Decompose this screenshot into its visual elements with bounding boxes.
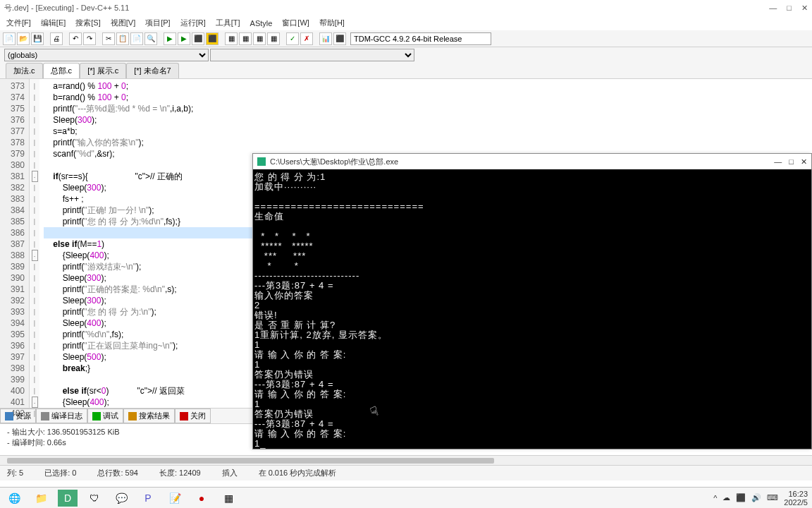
stop-icon[interactable]: ⬛ <box>333 32 346 45</box>
menu-bar: 文件[F] 编辑[E] 搜索[S] 视图[V] 项目[P] 运行[R] 工具[T… <box>0 16 812 30</box>
status-column: 列: 5 <box>7 468 23 478</box>
menu-help[interactable]: 帮助[H] <box>316 18 348 28</box>
tray-ico-1[interactable]: ☁ <box>722 493 730 502</box>
wechat-icon[interactable]: 💬 <box>111 490 131 507</box>
status-total-lines: 总行数: 594 <box>97 468 137 478</box>
btab-search[interactable]: 搜索结果 <box>123 409 175 423</box>
clock-time[interactable]: 16:23 <box>784 490 808 498</box>
clock-date: 2022/5 <box>784 498 808 507</box>
menu-search[interactable]: 搜索[S] <box>72 18 104 28</box>
system-tray: ^ ☁ ⬛ 🔊 ⌨ 16:23 2022/5 <box>713 490 808 507</box>
status-mode: 插入 <box>222 468 238 478</box>
tab-file-1[interactable]: 总部.c <box>43 63 80 78</box>
console-window: C:\Users\大葱\Desktop\作业\总部.exe — □ ✕ 您 的 … <box>252 153 812 449</box>
btab-compile-log[interactable]: 编译日志 <box>36 409 87 423</box>
console-output[interactable]: 您 的 得 分 为:1 加载中·········· ==============… <box>253 169 811 452</box>
tray-ico-3[interactable]: 🔊 <box>751 493 761 502</box>
tray-ico-4[interactable]: ⌨ <box>767 493 778 502</box>
status-parse: 在 0.016 秒内完成解析 <box>259 468 337 478</box>
menu-project[interactable]: 项目[P] <box>142 18 173 28</box>
tab-file-0[interactable]: 加法.c <box>6 63 43 78</box>
log-icon <box>41 412 49 421</box>
compiler-select[interactable]: TDM-GCC 4.9.2 64-bit Release <box>350 32 491 45</box>
status-length: 长度: 12409 <box>159 468 201 478</box>
btab-close[interactable]: 关闭 <box>175 409 211 423</box>
line-gutter: 3733743753763773783793803813823833843853… <box>0 79 30 408</box>
close-icon <box>180 412 188 421</box>
minimize-icon[interactable]: — <box>769 4 777 13</box>
menu-file[interactable]: 文件[F] <box>3 18 35 28</box>
console-maximize-icon[interactable]: □ <box>789 157 794 167</box>
tray-up-icon[interactable]: ^ <box>713 494 717 502</box>
error-icon[interactable]: ✗ <box>300 32 313 45</box>
cube-icon <box>5 412 13 421</box>
window-title: 号.dev] - [Executing] - Dev-C++ 5.11 <box>4 3 129 13</box>
scope-bar: (globals) <box>0 47 812 63</box>
file-tabs: 加法.c 总部.c [*] 展示.c [*] 未命名7 <box>0 63 812 79</box>
menu-view[interactable]: 视图[V] <box>107 18 139 28</box>
btab-resource[interactable]: 资源 <box>0 409 36 423</box>
taskbar: 🌐 📁 D 🛡 💬 P 📝 ● ▦ ^ ☁ ⬛ 🔊 ⌨ 16:23 2022/5 <box>0 487 812 508</box>
check-icon[interactable]: ✓ <box>286 32 299 45</box>
function-select[interactable] <box>210 49 414 61</box>
grid-2-icon[interactable]: ▦ <box>239 32 252 45</box>
print-icon[interactable]: 🖨 <box>50 32 63 45</box>
find-icon[interactable]: 🔍 <box>144 32 157 45</box>
title-bar: 号.dev] - [Executing] - Dev-C++ 5.11 — □ … <box>0 0 812 16</box>
app-icon-2[interactable]: P <box>138 490 158 507</box>
new-file-icon[interactable]: 📄 <box>3 32 16 45</box>
menu-window[interactable]: 窗口[W] <box>278 18 313 28</box>
run-icon[interactable]: ▶ <box>178 32 190 45</box>
horizontal-scrollbar[interactable] <box>0 455 812 465</box>
rebuild-icon[interactable]: ⬛ <box>206 32 219 45</box>
maximize-icon[interactable]: □ <box>787 4 792 13</box>
console-titlebar[interactable]: C:\Users\大葱\Desktop\作业\总部.exe — □ ✕ <box>253 154 811 169</box>
grid-4-icon[interactable]: ▦ <box>267 32 280 45</box>
window-controls: — □ ✕ <box>769 4 808 13</box>
tab-file-2[interactable]: [*] 展示.c <box>80 63 126 78</box>
status-bar: 列: 5 已选择: 0 总行数: 594 长度: 12409 插入 在 0.01… <box>0 465 812 480</box>
app-icon-3[interactable]: ● <box>192 490 211 507</box>
notepad-icon[interactable]: 📝 <box>165 490 185 507</box>
close-icon[interactable]: ✕ <box>801 4 808 13</box>
app-icon-4[interactable]: ▦ <box>219 490 238 507</box>
explorer-icon[interactable]: 📁 <box>31 490 51 507</box>
menu-astyle[interactable]: AStyle <box>247 19 276 28</box>
redo-icon[interactable]: ↷ <box>83 32 96 45</box>
fold-gutter: ||||||||-||||||-||||||||||||-| <box>30 79 39 408</box>
app-icon-1[interactable]: 🛡 <box>85 490 104 507</box>
edge-icon[interactable]: 🌐 <box>4 490 24 507</box>
open-file-icon[interactable]: 📂 <box>17 32 30 45</box>
grid-3-icon[interactable]: ▦ <box>253 32 266 45</box>
console-close-icon[interactable]: ✕ <box>801 157 807 167</box>
toolbar: 📄 📂 💾 🖨 ↶ ↷ ✂ 📋 📄 🔍 ▶ ▶ ⬛ ⬛ ▦ ▦ ▦ ▦ ✓ ✗ … <box>0 30 812 47</box>
exe-icon <box>257 157 266 166</box>
search-icon <box>128 412 137 421</box>
copy-icon[interactable]: 📋 <box>116 32 129 45</box>
compile-run-icon[interactable]: ⬛ <box>192 32 204 45</box>
bug-icon <box>92 412 101 421</box>
undo-icon[interactable]: ↶ <box>69 32 82 45</box>
cut-icon[interactable]: ✂ <box>102 32 115 45</box>
menu-run[interactable]: 运行[R] <box>177 18 209 28</box>
status-selection: 已选择: 0 <box>44 468 76 478</box>
console-minimize-icon[interactable]: — <box>774 157 782 167</box>
save-icon[interactable]: 💾 <box>31 32 44 45</box>
paste-icon[interactable]: 📄 <box>130 32 143 45</box>
btab-debug[interactable]: 调试 <box>87 409 123 423</box>
chart-icon[interactable]: 📊 <box>319 32 332 45</box>
menu-edit[interactable]: 编辑[E] <box>37 18 69 28</box>
scope-select[interactable]: (globals) <box>4 49 209 61</box>
grid-1-icon[interactable]: ▦ <box>225 32 238 45</box>
devcpp-icon[interactable]: D <box>58 490 78 507</box>
tab-file-3[interactable]: [*] 未命名7 <box>126 63 179 78</box>
console-title-text: C:\Users\大葱\Desktop\作业\总部.exe <box>270 157 398 167</box>
tray-ico-2[interactable]: ⬛ <box>736 493 746 502</box>
menu-tools[interactable]: 工具[T] <box>212 18 244 28</box>
compile-icon[interactable]: ▶ <box>164 32 176 45</box>
